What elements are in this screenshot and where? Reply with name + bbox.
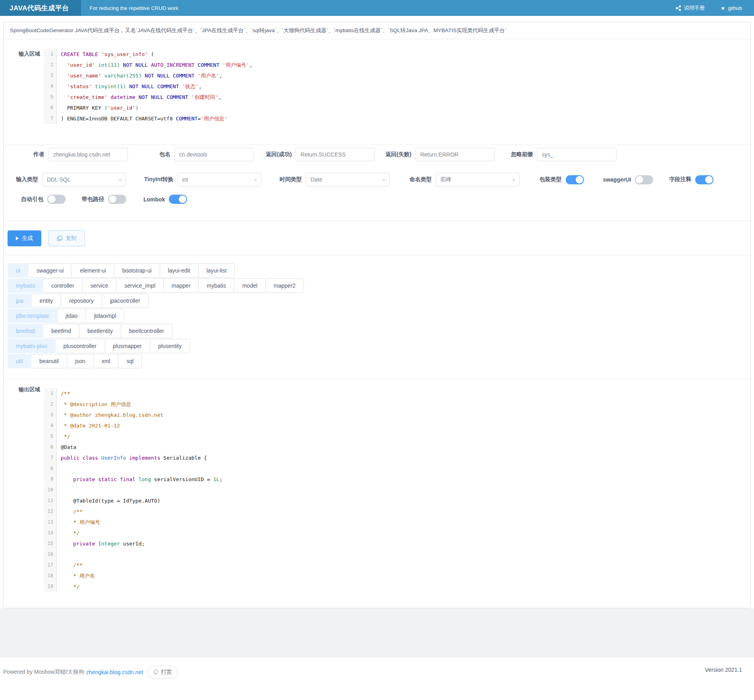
tab-beetlentity[interactable]: beetlentity [79,324,121,338]
package-field[interactable] [174,148,254,161]
form-row-text: 作者 包名 返回(成功) 返回(失败) 忽略前缀 [4,148,750,161]
return-success-field[interactable] [296,148,375,161]
tab-bootstrap-ui[interactable]: bootstrap-ui [114,263,160,278]
tab-repository[interactable]: repository [61,294,102,308]
tab-jtdao[interactable]: jtdao [57,309,86,323]
code-text [57,463,61,474]
tinyint-group: TinyInt转换 int ∨ [144,173,261,186]
code-text: 'create_time' datetime NOT NULL COMMENT … [57,92,221,102]
line-number: 18 [44,570,57,581]
tab-beanutil[interactable]: beanutil [31,354,67,368]
wrapper-type-switch[interactable] [566,175,584,184]
copy-button[interactable]: 复制 [48,230,85,246]
java-output-viewer[interactable]: 1/**2 * @description 用户信息3 * @author zhe… [44,385,222,600]
tab-swagger-ui[interactable]: swagger-ui [28,263,72,278]
tab-json[interactable]: json [67,354,94,368]
input-section: 输入区域 1CREATE TABLE 'sys_user_info' (2 'u… [4,39,750,145]
field-comment-switch[interactable] [695,175,713,184]
code-line: 10 [44,485,222,495]
tab-jpacontroller[interactable]: jpacontroller [102,294,149,308]
star-icon: ★ [721,6,725,11]
tab-jtdaoimpl[interactable]: jtdaoimpl [85,309,124,323]
package-path-switch[interactable] [108,195,126,204]
tab-beetlmd[interactable]: beetlmd [43,324,79,338]
header-links: 说明手册 ★ github [675,4,754,12]
tab-entity[interactable]: entity [31,294,61,308]
line-number: 9 [44,474,57,485]
line-number: 4 [44,81,57,92]
manual-link[interactable]: 说明手册 [675,4,705,12]
author-field-group: 作者 [33,148,128,161]
author-field[interactable] [48,148,128,161]
tab-jdbc-template[interactable]: jdbc-template [8,309,58,323]
tinyint-select[interactable]: int ∨ [178,173,261,186]
time-type-label: 时间类型 [280,176,302,183]
share-icon [675,5,681,11]
line-number: 6 [44,442,57,452]
generate-label: 生成 [22,235,33,242]
lombok-switch[interactable] [169,195,187,204]
prefix-field-group: 忽略前缀 [511,148,617,161]
generate-button[interactable]: 生成 [8,230,41,246]
chevron-down-icon: ∨ [512,178,516,182]
blog-link[interactable]: zhengkai.blog.csdn.net [86,669,143,675]
tab-sql[interactable]: sql [118,354,142,368]
tab-layui-list[interactable]: layui-list [198,263,235,278]
tab-service_impl[interactable]: service_impl [116,278,164,293]
tab-xml[interactable]: xml [93,354,119,368]
output-section-label: 输出区域 [4,385,40,600]
tab-layui-edit[interactable]: layui-edit [160,263,199,278]
return-error-label: 返回(失败) [385,151,411,158]
tab-beetlsql[interactable]: beetlsql [8,324,43,338]
tab-jpa[interactable]: jpa [8,294,32,308]
code-line: 11 @TableId(type = IdType.AUTO) [44,495,222,506]
tab-service[interactable]: service [82,278,116,293]
input-type-select[interactable]: DDL SQL ∨ [42,173,126,186]
code-text [57,485,61,495]
line-number: 3 [44,70,57,81]
tab-model[interactable]: model [234,278,266,293]
github-link[interactable]: ★ github [721,4,742,12]
tab-mapper2[interactable]: mapper2 [265,278,304,293]
prefix-field[interactable] [537,148,617,161]
tab-beetlcontroller[interactable]: beetlcontroller [121,324,172,338]
tab-mybatis-plus[interactable]: mybatis-plus [8,339,56,353]
tab-ui[interactable]: ui [8,263,29,278]
naming-type-value: 驼峰 [441,176,452,183]
auto-import-switch[interactable] [47,195,66,204]
return-error-field[interactable] [416,148,495,161]
tab-controller[interactable]: controller [43,278,83,293]
code-line: 13 * 用户编号 [44,517,222,528]
line-number: 16 [44,549,57,560]
code-text: /** [57,560,83,570]
tab-mybatis[interactable]: mybatis [8,278,43,293]
tab-util[interactable]: util [8,354,31,368]
prefix-label: 忽略前缀 [511,151,533,158]
line-number: 12 [44,506,57,517]
tab-pluscontroller[interactable]: pluscontroller [55,339,105,353]
swaggerui-switch[interactable] [635,175,653,184]
line-number: 1 [44,49,57,60]
code-text: 'status' tinyint(1) NOT NULL COMMENT '状态… [57,81,202,92]
tab-mapper[interactable]: mapper [163,278,199,293]
naming-type-select[interactable]: 驼峰 ∨ [436,173,520,186]
donate-button[interactable]: 打赏 [147,666,178,679]
time-type-value: Date [311,176,323,183]
code-text: /** [57,506,83,517]
tab-plusentity[interactable]: plusentity [150,339,190,353]
code-line: 2 * @description 用户信息 [44,399,222,410]
tab-group-ui: uiswagger-uielement-uibootstrap-uilayui-… [8,263,750,278]
time-type-select[interactable]: Date ∨ [306,173,390,186]
github-label: github [728,5,742,11]
code-text: ) ENGINE=InnoDB DEFAULT CHARSET=utf8 COM… [57,113,228,124]
sql-input-editor[interactable]: 1CREATE TABLE 'sys_user_info' (2 'user_i… [44,49,253,145]
naming-type-group: 命名类型 驼峰 ∨ [410,173,520,186]
input-type-label: 输入类型 [16,176,38,183]
options-form: 作者 包名 返回(成功) 返回(失败) 忽略前缀 输入类型 [4,145,750,220]
tab-element-ui[interactable]: element-ui [72,263,114,278]
tab-group-beetlsql: beetlsqlbeetlmdbeetlentitybeetlcontrolle… [8,324,750,338]
code-line: 17 /** [44,560,222,570]
tab-plusmapper[interactable]: plusmapper [104,339,150,353]
tab-mybatis[interactable]: mybatis [198,278,234,293]
tinyint-label: TinyInt转换 [144,176,174,183]
